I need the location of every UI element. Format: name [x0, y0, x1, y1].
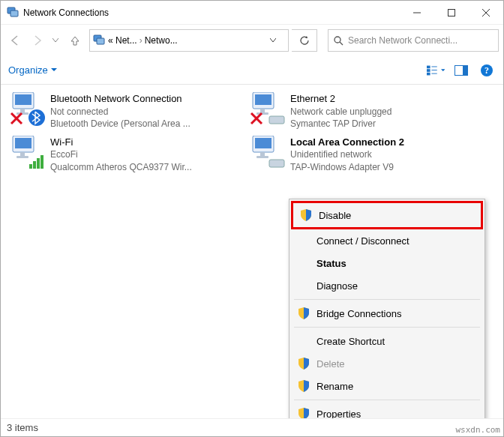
svg-rect-39: [33, 161, 36, 169]
shield-icon: [299, 208, 313, 222]
status-text: 3 items: [7, 422, 38, 433]
svg-rect-14: [427, 72, 430, 75]
context-menu: Disable Connect / Disconnect Status Diag…: [289, 199, 485, 418]
view-layout-button[interactable]: [427, 61, 445, 79]
svg-line-9: [340, 42, 343, 45]
shield-icon: [297, 357, 310, 370]
menu-delete: Delete: [291, 352, 483, 375]
nav-bar: « Net... › Netwo... Search Network Conne…: [1, 25, 503, 56]
menu-status[interactable]: Status: [291, 252, 483, 274]
up-button[interactable]: [67, 31, 83, 50]
svg-rect-11: [431, 66, 436, 67]
refresh-button[interactable]: [292, 29, 317, 52]
svg-rect-30: [256, 112, 268, 115]
help-button[interactable]: ?: [478, 61, 496, 79]
organize-label: Organize: [8, 64, 48, 76]
maximize-button[interactable]: [434, 1, 469, 24]
adapter-icon: [250, 136, 286, 170]
svg-rect-31: [269, 116, 284, 124]
svg-rect-12: [427, 69, 430, 72]
window-controls: [400, 1, 503, 24]
address-dropdown[interactable]: [270, 38, 285, 43]
breadcrumb-seg-1[interactable]: « Net...: [108, 35, 137, 46]
svg-rect-37: [16, 156, 28, 158]
menu-rename[interactable]: Rename: [291, 375, 483, 397]
minimize-button[interactable]: [400, 1, 434, 24]
adapter-wifi[interactable]: Wi-Fi EccoFi Qualcomm Atheros QCA9377 Wi…: [5, 133, 245, 176]
address-bar[interactable]: « Net... › Netwo...: [89, 29, 289, 52]
svg-rect-29: [260, 109, 265, 112]
menu-disable-highlight: Disable: [291, 201, 483, 229]
adapter-name: Wi-Fi: [50, 136, 192, 149]
adapter-desc: Symantec TAP Driver: [290, 118, 392, 130]
adapter-desc: TAP-Windows Adapter V9: [290, 161, 404, 173]
svg-point-8: [334, 37, 340, 43]
adapter-status: Not connected: [50, 106, 190, 118]
address-icon: [93, 34, 105, 46]
status-bar: 3 items: [1, 418, 503, 436]
svg-rect-43: [255, 138, 272, 148]
svg-rect-45: [256, 156, 268, 158]
breadcrumb-seg-2[interactable]: Netwo...: [145, 35, 178, 46]
menu-separator: [294, 400, 480, 400]
svg-rect-17: [463, 66, 467, 75]
adapter-desc: Bluetooth Device (Personal Area ...: [50, 118, 190, 130]
svg-rect-28: [255, 94, 272, 105]
svg-rect-3: [448, 9, 455, 16]
adapter-status: Unidentified network: [290, 148, 404, 160]
svg-rect-22: [20, 109, 25, 112]
svg-text:?: ?: [484, 65, 489, 76]
app-icon: [7, 7, 19, 19]
organize-menu[interactable]: Organize: [8, 64, 57, 76]
watermark: wsxdn.com: [455, 425, 500, 435]
svg-rect-10: [427, 65, 430, 68]
menu-diagnose[interactable]: Diagnose: [291, 274, 483, 297]
adapter-icon: [250, 92, 286, 127]
svg-rect-1: [10, 10, 18, 16]
svg-rect-40: [37, 158, 40, 169]
shield-icon: [297, 307, 310, 320]
svg-rect-13: [431, 70, 436, 70]
svg-rect-41: [40, 155, 44, 169]
history-dropdown[interactable]: [50, 38, 61, 43]
svg-rect-21: [15, 94, 32, 105]
adapter-name: Ethernet 2: [290, 92, 392, 106]
adapter-status: EccoFi: [50, 148, 192, 160]
menu-properties[interactable]: Properties: [291, 403, 483, 418]
search-box[interactable]: Search Network Connecti...: [328, 29, 499, 52]
adapter-name: Bluetooth Network Connection: [50, 92, 190, 106]
svg-rect-15: [431, 73, 436, 73]
forward-button[interactable]: [28, 31, 47, 50]
shield-icon: [297, 379, 310, 393]
adapter-bluetooth[interactable]: Bluetooth Network Connection Not connect…: [5, 89, 245, 133]
adapter-icon: [10, 92, 46, 127]
menu-disable[interactable]: Disable: [293, 203, 481, 227]
window-title: Network Connections: [23, 7, 400, 18]
menu-separator: [294, 299, 480, 300]
menu-create-shortcut[interactable]: Create Shortcut: [291, 330, 483, 352]
svg-rect-46: [269, 160, 284, 167]
command-bar: Organize ?: [1, 56, 503, 85]
svg-rect-7: [97, 38, 104, 44]
back-button[interactable]: [5, 31, 25, 50]
svg-rect-38: [29, 164, 32, 169]
titlebar: Network Connections: [1, 1, 503, 25]
menu-bridge[interactable]: Bridge Connections: [291, 302, 483, 325]
content-area: Bluetooth Network Connection Not connect…: [1, 85, 503, 418]
svg-rect-44: [260, 152, 265, 156]
menu-connect[interactable]: Connect / Disconnect: [291, 229, 483, 252]
adapter-ethernet2[interactable]: Ethernet 2 Network cable unplugged Syman…: [245, 89, 485, 133]
adapter-status: Network cable unplugged: [290, 106, 392, 118]
svg-rect-23: [16, 112, 28, 115]
svg-rect-36: [20, 152, 25, 156]
search-icon: [333, 35, 344, 46]
adapter-lac2[interactable]: Local Area Connection 2 Unidentified net…: [245, 133, 485, 176]
svg-rect-35: [15, 138, 32, 148]
search-placeholder: Search Network Connecti...: [348, 35, 458, 46]
close-button[interactable]: [469, 1, 503, 24]
adapter-desc: Qualcomm Atheros QCA9377 Wir...: [50, 161, 192, 173]
adapter-name: Local Area Connection 2: [290, 136, 404, 149]
preview-pane-button[interactable]: [452, 61, 470, 79]
menu-separator: [294, 327, 480, 328]
adapter-icon: [10, 136, 46, 170]
